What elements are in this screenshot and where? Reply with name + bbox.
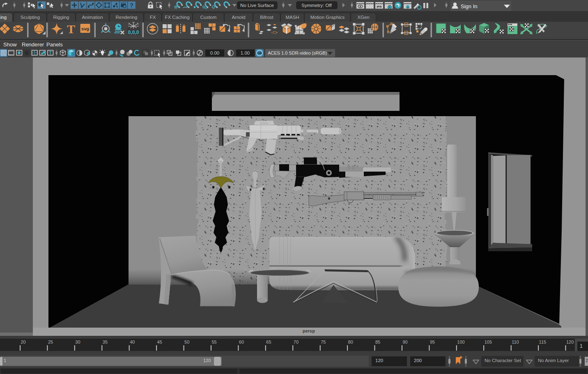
svg-text:0.00: 0.00: [210, 50, 219, 55]
svg-text:30: 30: [75, 340, 80, 344]
svg-text:IPR: IPR: [377, 5, 382, 9]
svg-text:95: 95: [430, 340, 435, 344]
svg-text:45: 45: [157, 340, 162, 344]
svg-text:90: 90: [403, 340, 408, 344]
svg-text:T: T: [49, 50, 52, 55]
svg-text:65: 65: [266, 340, 271, 344]
svg-text:120: 120: [566, 340, 574, 344]
svg-text:?: ?: [130, 2, 133, 9]
svg-text:20: 20: [21, 340, 26, 344]
svg-text:60: 60: [239, 340, 244, 344]
svg-text:Symmetry: Off: Symmetry: Off: [301, 3, 332, 8]
svg-text:40: 40: [130, 340, 135, 344]
svg-text:25: 25: [48, 340, 53, 344]
svg-text:85: 85: [375, 340, 380, 344]
svg-text:35: 35: [103, 340, 108, 344]
svg-text:1.00: 1.00: [241, 50, 250, 55]
svg-text:ACES 1.0 SDR-video (sRGB): ACES 1.0 SDR-video (sRGB): [268, 50, 327, 55]
svg-text:70: 70: [294, 340, 299, 344]
svg-text:No Live Surface: No Live Surface: [240, 3, 274, 8]
svg-text:100: 100: [457, 340, 464, 344]
svg-text:50: 50: [184, 340, 189, 344]
svg-text:Sign In: Sign In: [461, 3, 477, 9]
svg-text:ON: ON: [257, 51, 262, 55]
svg-text:80: 80: [348, 340, 353, 344]
svg-text:0,0,0: 0,0,0: [128, 30, 139, 35]
svg-text:persp: persp: [303, 328, 315, 333]
svg-text:115: 115: [539, 340, 547, 344]
svg-text:svg: svg: [81, 26, 89, 31]
svg-text:75: 75: [321, 340, 326, 344]
svg-text:T: T: [67, 22, 75, 36]
svg-text:105: 105: [485, 340, 492, 344]
svg-text:55: 55: [212, 340, 217, 344]
svg-text:110: 110: [512, 340, 519, 344]
